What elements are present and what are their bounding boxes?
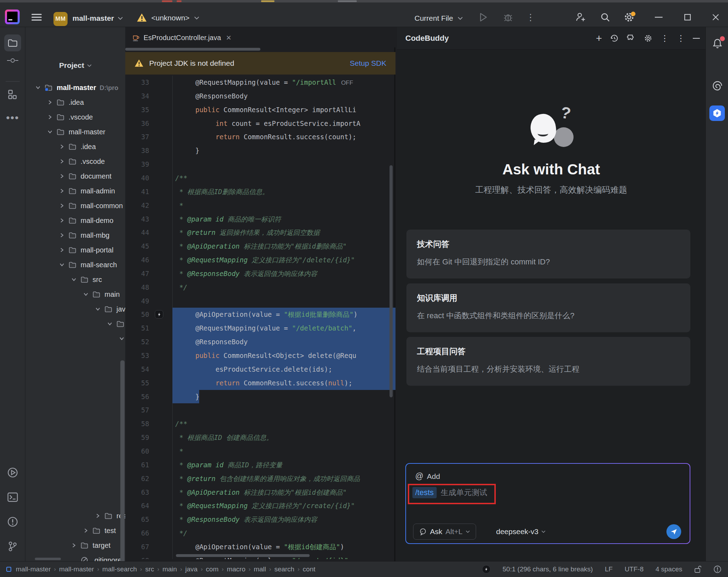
chevron-down-icon[interactable] — [83, 291, 89, 297]
code-line-54[interactable]: 54 esProductService.delete(ids); — [125, 363, 395, 376]
tree-item-document[interactable]: document — [25, 169, 125, 184]
vcs-widget[interactable]: <unknown> — [137, 13, 200, 23]
terminal-tool-button[interactable] — [6, 491, 19, 504]
add-context-button[interactable]: @ Add — [415, 472, 440, 481]
breadcrumb-item[interactable]: cont — [303, 565, 315, 573]
run-configuration-selector[interactable]: Current File — [414, 14, 463, 23]
tree-item-resources[interactable]: resources — [25, 508, 125, 523]
tree-item-mall-demo[interactable]: mall-demo — [25, 213, 125, 228]
tree-item-mall-search[interactable]: mall-search — [25, 257, 125, 272]
code-line-53[interactable]: 53 public CommonResult<Object> delete(@R… — [125, 349, 395, 363]
chevron-right-icon[interactable] — [95, 513, 101, 519]
git-tool-button[interactable] — [6, 540, 19, 553]
chevron-down-icon[interactable] — [107, 321, 113, 327]
tab-scrollbar-thumb[interactable] — [125, 48, 260, 51]
tree-item-java[interactable]: java — [25, 302, 125, 316]
codebuddy-settings-button[interactable] — [644, 34, 653, 43]
window-close-button[interactable] — [709, 11, 723, 24]
chat-input-box[interactable]: @ Add /tests 生成单元测试 Ask Alt+L deepseek-v… — [405, 463, 690, 544]
debug-button[interactable] — [502, 11, 514, 24]
codebuddy-gutter-icon[interactable] — [155, 310, 163, 319]
code-line-38[interactable]: 38 } — [125, 144, 395, 158]
chevron-down-icon[interactable] — [95, 306, 101, 312]
code-line-65[interactable]: 65 * @ResponseBody 表示返回值为响应体内容 — [125, 513, 395, 526]
breadcrumb-item[interactable]: mall — [254, 565, 266, 573]
tree-item-test[interactable]: test — [25, 523, 125, 538]
breadcrumb-item[interactable]: macro — [227, 565, 246, 573]
new-chat-button[interactable]: + — [596, 32, 602, 44]
caret-position[interactable]: 50:1 (296 chars, 6 line breaks) — [502, 565, 593, 573]
more-actions-button[interactable]: ⋮ — [524, 11, 537, 24]
code-line-67[interactable]: 67 @ApiOperation(value = "根据id创建商品") — [125, 540, 395, 554]
code-line-41[interactable]: 41 * 根据商品ID删除商品信息。 — [125, 185, 395, 199]
code-line-42[interactable]: 42 * — [125, 199, 395, 212]
breadcrumb-item[interactable]: mall-master — [16, 565, 51, 573]
ask-mode-selector[interactable]: Ask Alt+L — [413, 524, 476, 540]
code-line-46[interactable]: 46 * @RequestMapping 定义接口路径为"/delete/{id… — [125, 253, 395, 267]
run-button[interactable] — [477, 11, 490, 24]
codebuddy-status-icon[interactable] — [482, 565, 490, 573]
suggestion-card-1[interactable]: 技术问答如何在 Git 中回退到指定的 commit ID? — [406, 230, 690, 278]
tree-item-.idea[interactable]: .idea — [25, 139, 125, 154]
window-minimize-button[interactable] — [652, 11, 666, 24]
chevron-right-icon[interactable] — [47, 114, 53, 120]
notifications-button[interactable] — [711, 37, 724, 50]
editor-tab[interactable]: EsProductController.java ✕ — [132, 30, 232, 45]
code-line-34[interactable]: 34 @ResponseBody — [125, 89, 395, 103]
tree-item-mall-master[interactable]: mall-master — [25, 124, 125, 139]
send-button[interactable] — [666, 524, 681, 539]
main-menu-button[interactable] — [30, 11, 43, 24]
model-selector[interactable]: deepseek-v3 — [496, 524, 546, 540]
tree-item-mall-master[interactable]: mall-masterD:\pro — [25, 80, 125, 95]
chevron-right-icon[interactable] — [59, 232, 65, 238]
codebuddy-more-button[interactable]: ⋮ — [660, 33, 669, 43]
code-with-me-button[interactable] — [574, 11, 587, 24]
code-line-50[interactable]: 50 @ApiOperation(value = "根据id批量删除商品") — [125, 308, 395, 321]
chevron-right-icon[interactable] — [71, 542, 77, 549]
tree-item-mall-common[interactable]: mall-common — [25, 198, 125, 213]
tree-item-.idea[interactable]: .idea — [25, 95, 125, 110]
breadcrumb-item[interactable]: mall-search — [102, 565, 137, 573]
project-widget[interactable]: mall-master — [72, 14, 123, 23]
tree-item-mall-portal[interactable]: mall-portal — [25, 243, 125, 257]
project-vertical-scrollbar[interactable] — [120, 360, 125, 561]
chevron-down-icon[interactable] — [47, 129, 53, 135]
code-line-55[interactable]: 55 return CommonResult.success(null); — [125, 376, 395, 390]
code-line-49[interactable]: 49 — [125, 294, 395, 308]
chevron-right-icon[interactable] — [83, 527, 89, 534]
chevron-down-icon[interactable] — [59, 262, 65, 268]
breadcrumb-item[interactable]: com — [206, 565, 219, 573]
code-line-59[interactable]: 59 * 根据商品ID 创建商品信息。 — [125, 431, 395, 444]
tree-item-target[interactable]: target — [25, 538, 125, 553]
code-line-58[interactable]: 58/** — [125, 417, 395, 431]
tree-item-.vscode[interactable]: .vscode — [25, 110, 125, 124]
project-tool-button[interactable] — [4, 34, 21, 51]
code-line-47[interactable]: 47 * @ResponseBody 表示返回值为响应体内容 — [125, 267, 395, 281]
hide-panel-button[interactable] — [693, 38, 700, 39]
services-tool-button[interactable] — [6, 466, 19, 479]
chevron-right-icon[interactable] — [59, 188, 65, 194]
chevron-right-icon[interactable] — [59, 217, 65, 224]
code-line-48[interactable]: 48 */ — [125, 281, 395, 294]
ai-assistant-button[interactable] — [711, 79, 724, 92]
breadcrumb-item[interactable]: java — [185, 565, 198, 573]
chevron-right-icon[interactable] — [59, 173, 65, 179]
inspections-widget[interactable] — [713, 565, 722, 573]
chevron-down-icon[interactable] — [119, 335, 125, 342]
chevron-right-icon[interactable] — [59, 203, 65, 209]
editor-vertical-scrollbar[interactable] — [390, 165, 393, 397]
code-line-64[interactable]: 64 * @RequestMapping 定义接口路径为"/create/{id… — [125, 499, 395, 513]
history-button[interactable] — [610, 34, 619, 43]
chevron-right-icon[interactable] — [59, 143, 65, 150]
code-line-60[interactable]: 60 * — [125, 444, 395, 458]
code-line-63[interactable]: 63 * @ApiOperation 标注接口功能为"根据id创建商品" — [125, 486, 395, 499]
code-line-45[interactable]: 45 * @ApiOperation 标注接口功能为"根据id删除商品" — [125, 239, 395, 253]
breadcrumb-item[interactable]: mall-master — [59, 565, 94, 573]
project-horizontal-scrollbar[interactable] — [35, 558, 61, 560]
code-editor[interactable]: 33 @RequestMapping(value = "/importAllOF… — [125, 76, 395, 559]
setup-sdk-link[interactable]: Setup SDK — [350, 59, 386, 68]
code-line-36[interactable]: 36 int count = esProductService.importA — [125, 117, 395, 130]
chevron-right-icon[interactable] — [59, 247, 65, 253]
code-line-44[interactable]: 44 * @return 返回操作结果，成功时返回空数据 — [125, 226, 395, 239]
breadcrumb-item[interactable]: search — [274, 565, 295, 573]
